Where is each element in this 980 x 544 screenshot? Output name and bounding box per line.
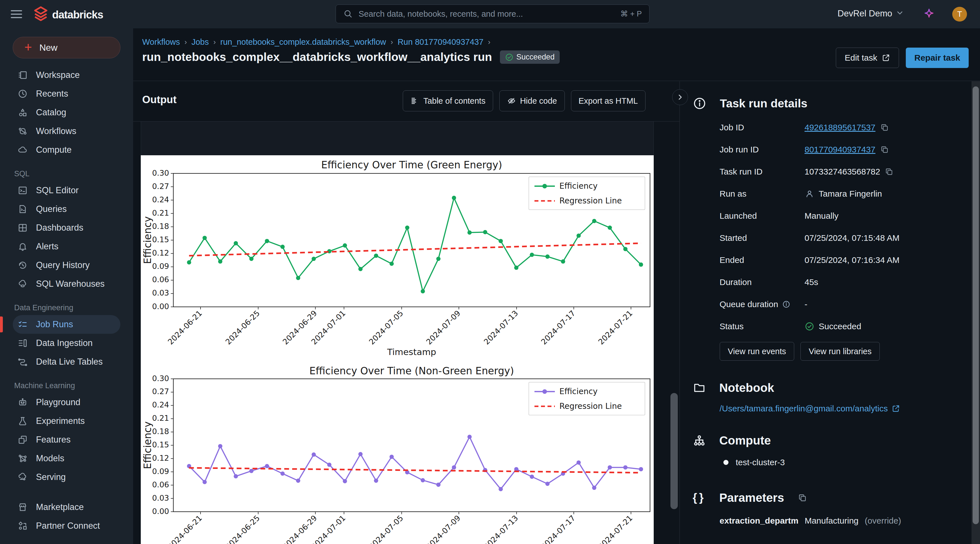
cluster-status-dot [723,460,729,465]
svg-text:Regression Line: Regression Line [559,402,622,411]
avatar[interactable]: T [952,7,967,22]
sidebar-item-dashboards[interactable]: Dashboards [13,219,120,237]
page-title: run_notebooks_complex__databricks_workfl… [142,50,492,64]
svg-text:0.00: 0.00 [152,302,169,311]
copy-icon[interactable] [798,493,807,503]
product-name: databricks [52,9,103,21]
cluster-item[interactable]: test-cluster-3 [723,458,972,467]
svg-text:Regression Line: Regression Line [559,196,622,206]
view-run-events-button[interactable]: View run events [720,342,794,361]
queries-icon [17,204,28,214]
sidebar-item-data-ingestion[interactable]: Data Ingestion [13,334,120,353]
sidebar-item-experiments[interactable]: Experiments [13,412,120,431]
breadcrumb-link[interactable]: Workflows [142,37,180,47]
cluster-name: test-cluster-3 [736,458,785,467]
svg-text:0.15: 0.15 [152,440,169,449]
edit-task-button[interactable]: Edit task [836,48,899,68]
sidebar-item-sql-warehouses[interactable]: SQL Warehouses [13,274,120,293]
breadcrumb-chevron-icon: › [185,38,187,46]
sidebar-item-queries[interactable]: Queries [13,200,120,219]
window-scrollbar[interactable] [973,86,979,524]
global-search-input[interactable]: Search data, notebooks, recents, and mor… [336,5,649,23]
sql-warehouses-icon [17,279,28,289]
copy-icon[interactable] [880,145,889,154]
breadcrumb-chevron-icon: › [213,38,216,46]
task-detail-row: StatusSucceeded [720,315,972,337]
svg-text:0.03: 0.03 [152,494,169,503]
svg-text:0.24: 0.24 [152,400,169,409]
svg-text:0.00: 0.00 [152,507,169,516]
breadcrumb-link[interactable]: Jobs [191,37,209,47]
alerts-icon [17,241,28,252]
sidebar-item-models[interactable]: Models [13,449,120,468]
new-button[interactable]: + New [13,37,120,58]
copy-icon[interactable] [885,167,894,176]
breadcrumb-link[interactable]: Run 801770940937437 [398,37,484,47]
sidebar-item-job-runs[interactable]: Job Runs [13,315,120,334]
output-scrollbar[interactable] [670,393,678,509]
table-of-contents-button[interactable]: Table of contents [403,90,493,111]
databricks-logo-icon [33,6,48,23]
task-run-details-panel: Task run details Job ID492618895617537Jo… [680,81,972,544]
sidebar-item-features[interactable]: Features [13,431,120,449]
workspace-selector[interactable]: DevRel Demo [838,8,904,19]
info-circle-icon [693,97,706,110]
compute-icon [17,145,28,155]
recents-icon [17,88,28,99]
svg-text:0.21: 0.21 [152,414,169,423]
top-bar: databricks Search data, notebooks, recen… [0,0,980,28]
sidebar-item-workspace[interactable]: Workspace [13,66,120,85]
sidebar-item-delta-live-tables[interactable]: Delta Live Tables [13,353,120,371]
notebook-path-link[interactable]: /Users/tamara.fingerlin@gmail.com/analyt… [720,404,972,413]
task-run-details-title: Task run details [720,97,808,110]
assistant-sparkle-icon[interactable] [923,8,935,21]
svg-text:0.30: 0.30 [152,169,169,177]
sidebar-item-serving[interactable]: Serving [13,468,120,487]
sidebar-item-workflows[interactable]: Workflows [13,122,120,140]
svg-text:0.12: 0.12 [152,454,169,463]
marketplace-icon [17,502,28,512]
export-as-html-button[interactable]: Export as HTML [571,90,646,111]
svg-text:0.06: 0.06 [152,480,169,489]
list-icon [410,96,420,105]
breadcrumb-link[interactable]: run_notebooks_complex.databricks_workflo… [220,37,386,47]
chevron-down-icon [896,8,904,19]
copy-icon[interactable] [880,123,889,132]
databricks-logo[interactable]: databricks [33,6,103,23]
svg-text:0.12: 0.12 [152,249,169,257]
job-runs-icon [17,319,28,330]
svg-text:0.21: 0.21 [152,209,169,217]
sidebar-item-alerts[interactable]: Alerts [13,237,120,256]
hide-code-button[interactable]: Hide code [500,90,565,111]
svg-text:Efficiency: Efficiency [559,387,598,396]
playground-icon [17,397,28,408]
id-link[interactable]: 492618895617537 [805,123,875,132]
workspace-selector-label: DevRel Demo [838,8,892,19]
sidebar-item-marketplace[interactable]: Marketplace [13,498,120,517]
notebook-output-area[interactable]: Efficiency Over Time (Green Energy)0.000… [133,121,679,544]
hamburger-menu-icon[interactable] [11,8,22,20]
sidebar-item-query-history[interactable]: Query History [13,256,120,274]
partner-connect-icon [17,520,28,531]
compute-section-title: Compute [719,434,771,447]
sidebar-item-sql-editor[interactable]: SQL Editor [13,181,120,200]
sidebar-item-compute[interactable]: Compute [13,140,120,159]
repair-task-button[interactable]: Repair task [906,48,969,68]
folder-icon [693,381,706,394]
view-run-libraries-button[interactable]: View run libraries [800,342,880,361]
sidebar-item-recents[interactable]: Recents [13,85,120,103]
sidebar-item-partner-connect[interactable]: Partner Connect [13,517,120,535]
search-shortcut: ⌘ + P [620,10,642,18]
collapse-panel-button[interactable] [672,89,688,105]
external-link-icon [892,404,900,413]
svg-text:0.09: 0.09 [152,262,169,271]
id-link[interactable]: 801770940937437 [805,145,875,155]
data-ingestion-icon [17,338,28,348]
sidebar-item-playground[interactable]: Playground [13,393,120,412]
sidebar-section-header: SQL [14,169,133,178]
info-icon[interactable] [782,300,791,309]
sidebar-item-catalog[interactable]: Catalog [13,103,120,122]
status-badge: Succeeded [500,50,560,64]
task-detail-row: Queue duration- [720,293,972,315]
parameters-section-title: Parameters [719,491,784,505]
